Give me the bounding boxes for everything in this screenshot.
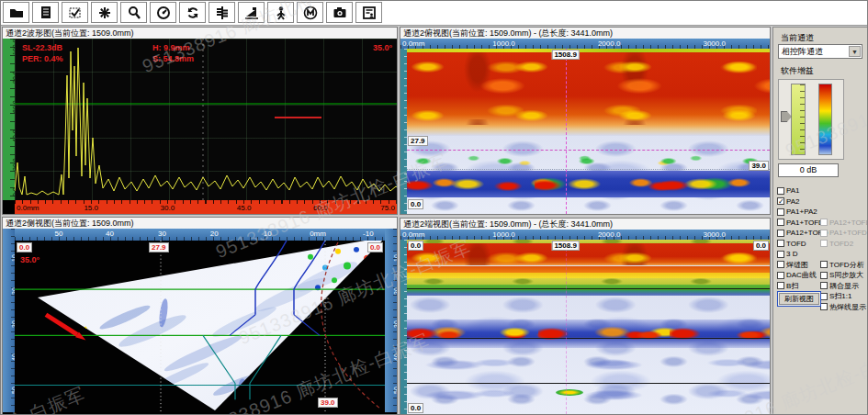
- checkbox[interactable]: [777, 282, 784, 289]
- checkbox-row[interactable]: PA1+TOFD12: [820, 228, 868, 239]
- heatmap-band-olive: [407, 278, 770, 286]
- report-button[interactable]: [355, 2, 382, 23]
- ruler-label: 30.0: [161, 204, 175, 212]
- checkbox-label: TOFD分析: [829, 260, 864, 270]
- checkbox[interactable]: [820, 219, 828, 226]
- gain-slider-track[interactable]: [791, 84, 806, 155]
- ascan-distance-ruler: 0.0mm15.030.045.060.075.0: [15, 200, 397, 214]
- checkbox-label: PA1+PA2: [786, 208, 817, 216]
- channel-dropdown[interactable]: 相控阵通道 ▼: [778, 44, 862, 59]
- sscan-left-zero-label: 0.0: [17, 242, 32, 252]
- gain-control: [778, 79, 844, 160]
- checkbox-row[interactable]: PA12+TOFD12: [820, 218, 868, 229]
- probe-icon: [244, 6, 259, 20]
- open-file-button[interactable]: [3, 2, 29, 23]
- folder-icon: [9, 6, 24, 20]
- topview-zero-label: 0.0: [408, 199, 423, 209]
- checkbox[interactable]: [820, 282, 828, 289]
- ruler-label: 50: [55, 230, 63, 238]
- probe-setup-button[interactable]: [238, 2, 265, 23]
- ruler-label: 20: [393, 287, 397, 295]
- snapshot-button[interactable]: [326, 2, 353, 23]
- sscan-view[interactable]: 0.0 27.9 0.0 35.0° 39.0: [15, 241, 385, 412]
- checkbox[interactable]: [777, 230, 784, 237]
- checkbox[interactable]: [820, 230, 828, 237]
- topview-depth1-label: 27.9: [408, 136, 428, 146]
- ruler-label: 3000.0: [703, 230, 725, 239]
- ascan-panel: 通道2波形图(当前位置: 1509.0mm) 100.080.060.040.0…: [2, 27, 398, 215]
- checkbox[interactable]: [777, 240, 784, 247]
- ruler-label: 0.0mm: [17, 204, 39, 212]
- ruler-label: 10: [393, 254, 397, 262]
- endview-scan-ruler: 0.0mm1000.02000.03000.0: [400, 230, 770, 240]
- operator-button[interactable]: [267, 2, 294, 23]
- checkbox[interactable]: [777, 197, 784, 205]
- checkbox-label: 耦合显示: [829, 281, 859, 291]
- ascan-angle-readout: 35.0°: [373, 43, 392, 52]
- checkbox[interactable]: [820, 272, 828, 279]
- merge-icon: [215, 6, 230, 20]
- checkbox[interactable]: [820, 261, 828, 268]
- checkbox-label: B扫: [786, 281, 798, 291]
- checkbox[interactable]: [777, 251, 784, 258]
- checkbox[interactable]: [777, 219, 784, 226]
- ruler-label: 3000.0: [703, 39, 725, 48]
- endview-left-zero-label: 0.0: [408, 241, 423, 251]
- checkbox-icon: [68, 6, 83, 20]
- gate-setup-button[interactable]: [209, 2, 235, 23]
- ruler-label: 40: [393, 353, 397, 361]
- endview-depth-ruler: [400, 240, 407, 414]
- channel-dropdown-value: 相控阵通道: [782, 47, 823, 56]
- sscan-sector-image: [15, 241, 385, 412]
- settings-button[interactable]: [91, 2, 118, 23]
- checkbox-row[interactable]: 耦合显示: [820, 281, 868, 292]
- topview-cscan[interactable]: 1508.9 27.9 39.0 0.0: [407, 49, 770, 214]
- chevron-down-icon[interactable]: ▼: [849, 46, 861, 57]
- checkbox-row[interactable]: TOFD分析: [820, 260, 868, 271]
- checkbox-label: TOFD2: [829, 240, 853, 248]
- checkbox-label: TOFD: [786, 240, 806, 248]
- measure-button[interactable]: [297, 2, 323, 23]
- refresh-view-button[interactable]: 刷新视图: [777, 291, 821, 307]
- checkbox-label: PA1+TOFD: [786, 219, 824, 227]
- view-checkbox-column-right: PA12+TOFD12 PA1+TOFD12 TOFD2: [820, 185, 868, 312]
- checkbox-row[interactable]: 热焊线显示: [820, 302, 868, 313]
- checkbox[interactable]: [820, 240, 828, 247]
- ruler-label: -10: [363, 230, 374, 238]
- endview-panel: 通道2端视图(当前位置: 1509.0mm) - (总长度: 3441.0mm)…: [400, 218, 771, 415]
- select-button[interactable]: [62, 2, 88, 23]
- ruler-label: 0mm: [310, 230, 326, 238]
- checkbox-row[interactable]: S扫1:1: [820, 291, 868, 302]
- ruler-label: 75.0: [380, 204, 395, 212]
- checkbox-label: PA1+TOFD12: [829, 229, 868, 237]
- gain-value-box[interactable]: 0 dB: [778, 163, 839, 177]
- checkbox-row[interactable]: S同步放大: [820, 270, 868, 281]
- ascan-sl-readout: SL-22.3dB: [22, 43, 62, 52]
- heatmap-band-smudge: [407, 387, 770, 404]
- checkbox[interactable]: [820, 303, 828, 310]
- ruler-label: 60.0: [313, 204, 328, 212]
- checkbox[interactable]: [777, 261, 784, 268]
- checkbox-row[interactable]: TOFD2: [820, 239, 868, 250]
- document-icon: [39, 6, 53, 20]
- refresh-button-toolbar[interactable]: [179, 2, 206, 23]
- checkbox[interactable]: [777, 272, 784, 279]
- report-icon: [362, 6, 377, 20]
- endview-dscan[interactable]: 0.0 1508.9 0.0 0.0: [407, 240, 770, 414]
- checkbox-label: 热焊线显示: [829, 302, 866, 312]
- gauge-icon: [156, 6, 171, 20]
- ascan-plot[interactable]: SL-22.3dB PER: 0.4% H: 9.9mm S: 54.8mm 3…: [15, 39, 397, 200]
- zoom-button[interactable]: [120, 2, 147, 23]
- monitor-button[interactable]: [150, 2, 176, 23]
- checkbox[interactable]: [820, 293, 828, 300]
- channel-label: 当前通道: [781, 32, 814, 44]
- checkbox-label: S扫1:1: [829, 291, 851, 301]
- checkbox[interactable]: [777, 208, 784, 216]
- document-button[interactable]: [32, 2, 59, 23]
- ascan-amplitude-ruler: 100.080.060.040.020.00.0: [3, 39, 15, 200]
- checkbox-label: 焊缝图: [786, 260, 808, 270]
- checkbox-label: PA1: [786, 186, 800, 195]
- checkbox[interactable]: [777, 187, 784, 195]
- person-icon: [274, 6, 288, 20]
- ruler-label: 40: [106, 230, 114, 238]
